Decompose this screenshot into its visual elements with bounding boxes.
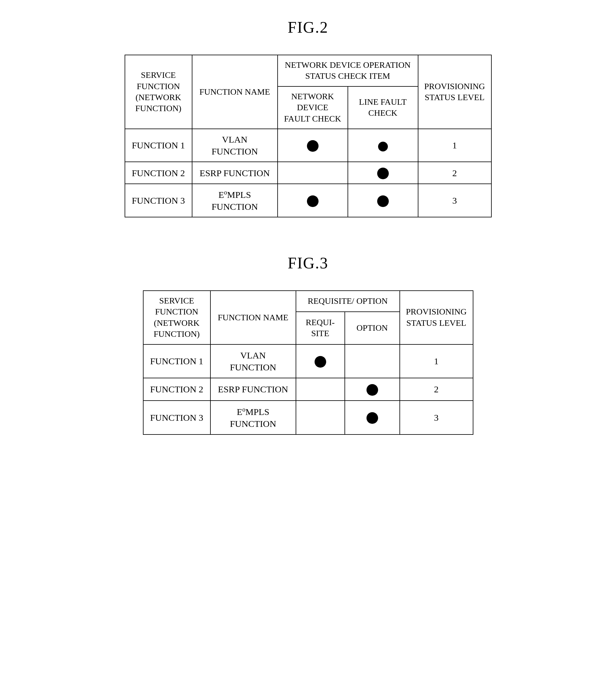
- superscript-o: o: [224, 189, 227, 196]
- table-row: FUNCTION 3 EoMPLSFUNCTION 3: [125, 184, 491, 217]
- fig3-header-function-name: FUNCTION NAME: [211, 291, 296, 344]
- fig3-row1-service: FUNCTION 1: [143, 344, 211, 378]
- fig2-row3-provisioning: 3: [418, 184, 491, 217]
- fig3-row1-option: [345, 344, 400, 378]
- fig2-row1-line-fault: [348, 129, 418, 162]
- fig2-row3-function-name: EoMPLSFUNCTION: [192, 184, 278, 217]
- fig2-row2-function-name: ESRP FUNCTION: [192, 162, 278, 184]
- dot-icon: [367, 384, 378, 396]
- fig3-row2-function-name: ESRP FUNCTION: [211, 378, 296, 401]
- fig3-row2-provisioning: 2: [400, 378, 473, 401]
- fig3-table-wrapper: SERVICE FUNCTION (NETWORK FUNCTION) FUNC…: [24, 290, 592, 433]
- fig3-row3-function-name: EoMPLSFUNCTION: [211, 401, 296, 435]
- fig2-header-row-1: SERVICE FUNCTION (NETWORK FUNCTION) FUNC…: [125, 55, 491, 87]
- fig2-section: FIG.2 SERVICE FUNCTION (NETWORK FUNCTION…: [24, 18, 592, 217]
- fig2-header-provisioning: PROVISIONING STATUS LEVEL: [418, 55, 491, 129]
- fig3-row1-requisite: [296, 344, 345, 378]
- fig2-table: SERVICE FUNCTION (NETWORK FUNCTION) FUNC…: [125, 55, 492, 217]
- dot-icon: [367, 412, 378, 424]
- fig2-row2-net-fault: [278, 162, 348, 184]
- table-row: FUNCTION 3 EoMPLSFUNCTION 3: [143, 401, 473, 435]
- fig3-row3-option: [345, 401, 400, 435]
- fig3-title: FIG.3: [24, 254, 592, 272]
- fig2-row1-function-name: VLAN FUNCTION: [192, 129, 278, 162]
- fig2-row3-service: FUNCTION 3: [125, 184, 192, 217]
- fig3-row1-function-name: VLAN FUNCTION: [211, 344, 296, 378]
- table-row: FUNCTION 1 VLAN FUNCTION 1: [125, 129, 491, 162]
- fig3-header-requisite: REQUI-SITE: [296, 312, 345, 344]
- dot-icon: [377, 168, 389, 179]
- fig3-row3-requisite: [296, 401, 345, 435]
- fig2-title: FIG.2: [24, 18, 592, 36]
- fig3-row2-option: [345, 378, 400, 401]
- fig2-header-line-fault: LINE FAULT CHECK: [348, 87, 418, 129]
- fig2-row2-line-fault: [348, 162, 418, 184]
- fig2-row1-provisioning: 1: [418, 129, 491, 162]
- fig2-row2-service: FUNCTION 2: [125, 162, 192, 184]
- fig3-row2-requisite: [296, 378, 345, 401]
- fig3-header-row-1: SERVICE FUNCTION (NETWORK FUNCTION) FUNC…: [143, 291, 473, 312]
- fig3-section: FIG.3 SERVICE FUNCTION (NETWORK FUNCTION…: [24, 254, 592, 433]
- fig2-row1-net-fault: [278, 129, 348, 162]
- dot-icon: [307, 195, 319, 207]
- fig3-row2-service: FUNCTION 2: [143, 378, 211, 401]
- fig3-header-service: SERVICE FUNCTION (NETWORK FUNCTION): [143, 291, 211, 344]
- table-row: FUNCTION 1 VLAN FUNCTION 1: [143, 344, 473, 378]
- dot-icon: [315, 356, 326, 368]
- fig3-row1-provisioning: 1: [400, 344, 473, 378]
- dot-icon: [377, 195, 389, 207]
- fig2-row3-line-fault: [348, 184, 418, 217]
- fig2-header-operation-status: NETWORK DEVICE OPERATION STATUS CHECK IT…: [278, 55, 418, 87]
- fig3-header-requisite-option: REQUISITE/ OPTION: [296, 291, 400, 312]
- fig2-header-function-name: FUNCTION NAME: [192, 55, 278, 129]
- fig2-row3-net-fault: [278, 184, 348, 217]
- table-row: FUNCTION 2 ESRP FUNCTION 2: [143, 378, 473, 401]
- fig3-table: SERVICE FUNCTION (NETWORK FUNCTION) FUNC…: [143, 290, 473, 435]
- table-row: FUNCTION 2 ESRP FUNCTION 2: [125, 162, 491, 184]
- dot-icon: [307, 140, 319, 152]
- fig3-row3-provisioning: 3: [400, 401, 473, 435]
- fig2-row1-service: FUNCTION 1: [125, 129, 192, 162]
- fig2-row2-provisioning: 2: [418, 162, 491, 184]
- superscript-o: o: [242, 406, 245, 413]
- fig2-table-wrapper: SERVICE FUNCTION (NETWORK FUNCTION) FUNC…: [24, 55, 592, 217]
- fig2-header-service: SERVICE FUNCTION (NETWORK FUNCTION): [125, 55, 192, 129]
- fig2-header-net-fault: NETWORK DEVICE FAULT CHECK: [278, 87, 348, 129]
- dot-icon: [378, 142, 388, 152]
- fig3-row3-service: FUNCTION 3: [143, 401, 211, 435]
- fig3-header-option: OPTION: [345, 312, 400, 344]
- fig3-header-provisioning: PROVISIONING STATUS LEVEL: [400, 291, 473, 344]
